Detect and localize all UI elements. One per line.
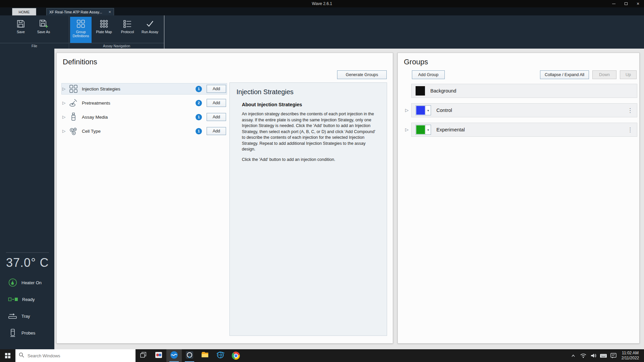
definition-row-cell-type[interactable]: ▷ Cell Type 1 Add [61, 125, 227, 137]
search-input[interactable] [27, 353, 132, 359]
clock-date: 2/11/2022 [619, 356, 642, 361]
move-down-button[interactable]: Down [592, 70, 616, 79]
minimize-icon [612, 4, 615, 4]
ready-status-icon [8, 296, 18, 303]
network-icon[interactable] [578, 349, 588, 362]
maximize-icon [625, 2, 628, 5]
info-body-text: An injection strategy describes the cont… [242, 111, 377, 153]
wave-app-icon [170, 351, 178, 360]
group-definitions-icon [76, 18, 85, 29]
internet-explorer-button[interactable] [213, 349, 228, 362]
collapse-expand-all-button[interactable]: Collapse / Expand All [540, 70, 589, 79]
temperature-readout: 37.0° C [6, 256, 49, 270]
expander-icon[interactable]: ▷ [405, 127, 411, 132]
run-assay-button[interactable]: Run Assay [139, 17, 161, 43]
control-color-swatch [416, 106, 425, 115]
save-icon [16, 18, 25, 29]
tab-assay[interactable]: XF Real-Time ATP Rate Assay... × [46, 8, 114, 15]
notifications-icon[interactable] [608, 349, 619, 362]
show-hidden-icons-button[interactable] [568, 349, 578, 362]
count-badge: 1 [196, 128, 202, 134]
expander-icon[interactable]: ▷ [405, 108, 411, 113]
definition-row-pretreatments[interactable]: ▷ Pretreatments 2 Add [61, 97, 227, 109]
definitions-title: Definitions [63, 58, 97, 66]
tab-home[interactable]: HOME [12, 8, 36, 15]
sidebar-item-probes[interactable]: Probes [8, 328, 35, 338]
heater-flame-icon [8, 278, 17, 287]
tray-icon [8, 312, 17, 320]
info-title: Injection Strategies [236, 88, 380, 96]
group-label: Background [430, 88, 456, 94]
add-injection-strategy-button[interactable]: Add [207, 85, 226, 93]
minimize-button[interactable] [608, 0, 620, 7]
taskbar-app-1-icon [155, 351, 163, 360]
groups-panel: Groups Add Group Collapse / Expand All D… [397, 53, 640, 344]
sidebar-item-ready[interactable]: Ready [8, 294, 35, 304]
control-color-picker[interactable]: ▾ [416, 105, 431, 115]
group-definitions-button[interactable]: Group Definitions [70, 17, 92, 43]
kebab-menu-icon[interactable]: ⋮ [627, 107, 633, 114]
tab-strip: HOME XF Real-Time ATP Rate Assay... × [0, 7, 644, 15]
chevron-down-icon[interactable]: ▾ [425, 106, 431, 115]
start-button[interactable] [0, 349, 15, 362]
count-badge: 1 [196, 86, 202, 92]
group-row-control[interactable]: ▾ Control ⋮ [411, 103, 637, 117]
definitions-list: ▷ Injection Strategies 1 Add ▷ Pretreatm… [61, 83, 227, 139]
add-pretreatment-button[interactable]: Add [207, 99, 226, 107]
add-group-button[interactable]: Add Group [412, 70, 445, 79]
tab-close-icon[interactable]: × [108, 9, 111, 14]
chrome-button[interactable] [228, 349, 244, 362]
definition-row-assay-media[interactable]: ▷ Assay Media 1 Add [61, 111, 227, 123]
move-up-button[interactable]: Up [620, 70, 637, 79]
task-view-button[interactable] [136, 349, 151, 362]
background-color-swatch [416, 86, 425, 96]
group-row-experimental[interactable]: ▾ Experimental ⋮ [411, 123, 637, 137]
add-assay-media-button[interactable]: Add [207, 113, 226, 121]
wave-app-button[interactable] [166, 349, 182, 362]
ribbon-separator [164, 15, 164, 49]
save-as-button[interactable]: Save As [34, 17, 53, 43]
titlebar: Wave 2.6.1 × [0, 0, 644, 7]
touch-keyboard-icon[interactable] [598, 349, 608, 362]
expander-icon[interactable]: ▷ [62, 86, 68, 91]
search-icon [19, 352, 24, 359]
info-subtitle: About Injection Strategies [242, 102, 377, 107]
expander-icon[interactable]: ▷ [62, 129, 68, 133]
probes-icon [8, 328, 17, 338]
window-title: Wave 2.6.1 [0, 0, 644, 7]
kebab-menu-icon[interactable]: ⋮ [627, 126, 633, 133]
expander-icon[interactable]: ▷ [62, 101, 68, 105]
instrument-sidebar: 37.0° C Heater On Ready Tray Probes [0, 49, 54, 349]
ribbon: Save Save As File Group Definitions [0, 15, 644, 49]
plate-map-icon [100, 18, 108, 29]
group-row-background[interactable]: Background [411, 84, 637, 98]
add-cell-type-button[interactable]: Add [207, 127, 226, 135]
taskbar-app-1-button[interactable] [151, 349, 166, 362]
group-label: Experimental [436, 127, 465, 132]
definition-row-injection-strategies[interactable]: ▷ Injection Strategies 1 Add [61, 83, 227, 95]
protocol-icon [123, 18, 132, 29]
wave-application-window: Wave 2.6.1 × HOME XF Real-Time ATP Rate … [0, 0, 644, 362]
volume-icon[interactable] [588, 349, 598, 362]
taskbar-clock[interactable]: 11:02 AM 2/11/2022 [619, 351, 644, 361]
ribbon-nav-group-label: Assay Navigation [69, 43, 164, 49]
maximize-button[interactable] [620, 0, 632, 7]
save-button[interactable]: Save [11, 17, 31, 43]
group-label: Control [436, 108, 452, 113]
generate-groups-button[interactable]: Generate Groups [337, 70, 387, 79]
protocol-button[interactable]: Protocol [117, 17, 138, 43]
file-explorer-button[interactable] [197, 349, 213, 362]
chevron-down-icon[interactable]: ▾ [425, 125, 431, 134]
sidebar-item-tray[interactable]: Tray [8, 311, 30, 321]
injection-strategies-info-box: Injection Strategies About Injection Str… [229, 82, 387, 336]
window-controls: × [608, 0, 644, 7]
controller-app-button[interactable] [182, 349, 197, 362]
taskbar-search[interactable] [15, 349, 136, 362]
expander-icon[interactable]: ▷ [62, 115, 68, 119]
sidebar-divider [6, 252, 49, 253]
sidebar-item-heater[interactable]: Heater On [8, 278, 42, 288]
experimental-color-picker[interactable]: ▾ [416, 125, 431, 135]
assay-media-icon [68, 112, 78, 122]
close-button[interactable]: × [632, 0, 644, 7]
plate-map-button[interactable]: Plate Map [94, 17, 114, 43]
